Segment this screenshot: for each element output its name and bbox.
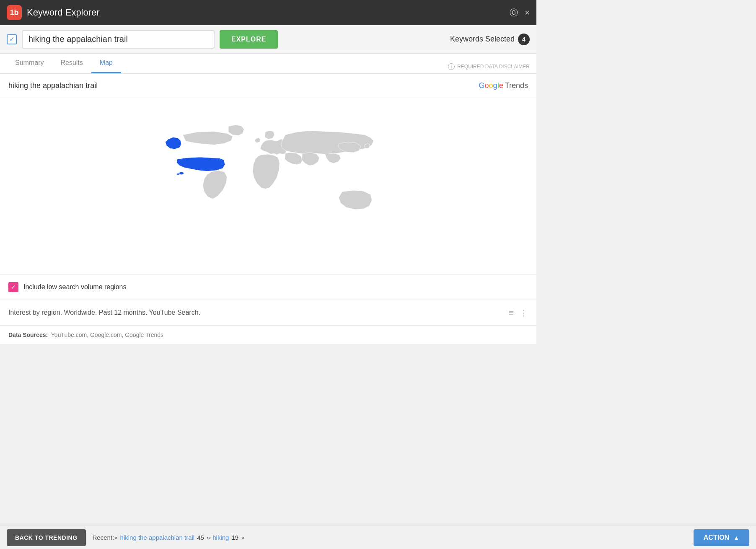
select-checkbox[interactable]: ✓	[7, 34, 17, 44]
svg-point-1	[177, 173, 180, 175]
low-volume-checkbox[interactable]: ✓	[8, 282, 18, 292]
checkbox-row: ✓ Include low search volume regions	[0, 274, 536, 300]
close-icon[interactable]: ×	[525, 8, 530, 18]
explore-button[interactable]: EXPLORE	[220, 30, 278, 49]
tab-summary[interactable]: Summary	[7, 54, 52, 73]
main-content: hiking the appalachian trail Google Tren…	[0, 74, 536, 344]
search-input[interactable]	[22, 30, 215, 49]
google-trends-logo: Google Trends	[479, 81, 528, 90]
searchbar: ✓ EXPLORE Keywords Selected 4	[0, 25, 536, 54]
titlebar-left: 1b Keyword Explorer	[7, 5, 100, 20]
trend-header: hiking the appalachian trail Google Tren…	[0, 74, 536, 98]
checkmark-icon: ✓	[9, 35, 15, 43]
keywords-count-badge: 4	[518, 34, 530, 45]
checkbox-label: Include low search volume regions	[23, 283, 126, 291]
help-icon[interactable]: ⓪	[510, 7, 518, 18]
disclaimer-text: REQUIRED DATA DISCLAIMER	[457, 64, 530, 70]
app-logo: 1b	[7, 5, 22, 20]
tabs-left: Summary Results Map	[7, 54, 121, 73]
info-row: Interest by region. Worldwide. Past 12 m…	[0, 300, 536, 326]
disclaimer-info-icon: i	[448, 63, 455, 70]
tab-map[interactable]: Map	[91, 54, 121, 73]
titlebar-right: ⓪ ×	[510, 7, 530, 18]
data-sources-label: Data Sources:	[8, 331, 48, 338]
more-options-icon[interactable]: ⋮	[520, 308, 528, 318]
keywords-selected: Keywords Selected 4	[450, 34, 530, 45]
data-sources: Data Sources: YouTube.com, Google.com, G…	[0, 326, 536, 344]
list-view-icon[interactable]: ≡	[509, 308, 514, 318]
info-actions: ≡ ⋮	[509, 308, 528, 318]
world-map-svg	[122, 106, 415, 266]
titlebar: 1b Keyword Explorer ⓪ ×	[0, 0, 536, 25]
tabs: Summary Results Map i REQUIRED DATA DISC…	[0, 54, 536, 74]
trend-keyword: hiking the appalachian trail	[8, 81, 98, 90]
info-text: Interest by region. Worldwide. Past 12 m…	[8, 309, 200, 316]
tab-results[interactable]: Results	[52, 54, 91, 73]
svg-point-0	[179, 172, 184, 175]
keywords-selected-label: Keywords Selected	[450, 35, 515, 44]
data-sources-list: YouTube.com, Google.com, Google Trends	[51, 331, 163, 338]
world-map	[122, 106, 415, 266]
app-title: Keyword Explorer	[27, 7, 100, 18]
disclaimer-area: i REQUIRED DATA DISCLAIMER	[448, 63, 530, 73]
map-area	[0, 98, 536, 274]
